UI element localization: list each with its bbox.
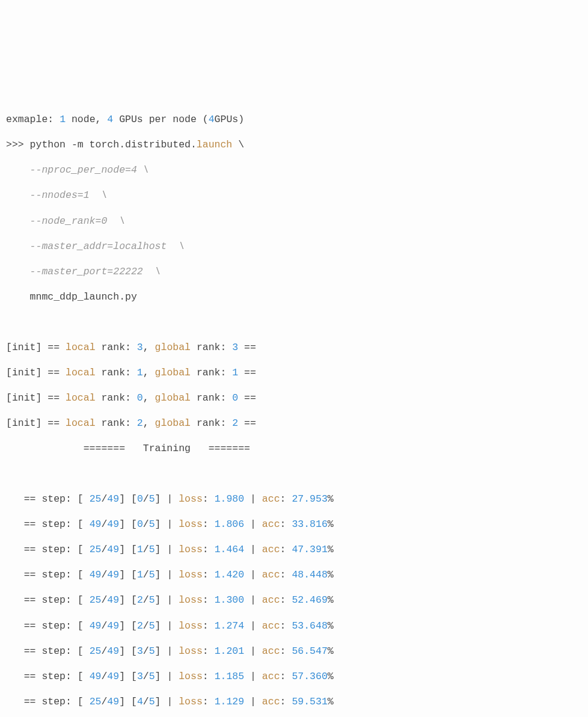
init-line: [init] == local rank: 3, global rank: 3 … — [6, 342, 256, 353]
step-line: == step: [ 25/49] [3/5] | loss: 1.201 | … — [6, 645, 334, 657]
command-arg: --nproc_per_node=4 \ — [6, 164, 149, 176]
command-arg: --node_rank=0 \ — [6, 215, 125, 227]
command-line: >>> python -m torch.distributed.launch \ — [6, 139, 244, 150]
init-line: [init] == local rank: 1, global rank: 1 … — [6, 367, 256, 378]
step-line: == step: [ 25/49] [4/5] | loss: 1.129 | … — [6, 696, 334, 707]
step-line: == step: [ 25/49] [0/5] | loss: 1.980 | … — [6, 493, 334, 505]
step-line: == step: [ 25/49] [1/5] | loss: 1.464 | … — [6, 544, 334, 555]
init-line: [init] == local rank: 2, global rank: 2 … — [6, 417, 256, 429]
command-arg: --master_port=22222 \ — [6, 266, 161, 277]
command-arg: --master_addr=localhost \ — [6, 241, 185, 252]
command-file: mnmc_ddp_launch.py — [6, 291, 137, 303]
step-line: == step: [ 49/49] [0/5] | loss: 1.806 | … — [6, 519, 334, 530]
step-line: == step: [ 49/49] [2/5] | loss: 1.274 | … — [6, 620, 334, 632]
example-line-1: exmaple: 1 node, 4 GPUs per node (4GPUs) — [6, 114, 244, 125]
step-line: == step: [ 49/49] [3/5] | loss: 1.185 | … — [6, 671, 334, 682]
init-line: [init] == local rank: 0, global rank: 0 … — [6, 392, 256, 404]
step-line: == step: [ 49/49] [1/5] | loss: 1.420 | … — [6, 569, 334, 580]
code-block: exmaple: 1 node, 4 GPUs per node (4GPUs)… — [6, 107, 582, 717]
training-header: ======= Training ======= — [6, 443, 250, 454]
step-line: == step: [ 25/49] [2/5] | loss: 1.300 | … — [6, 594, 334, 606]
command-arg: --nnodes=1 \ — [6, 189, 107, 201]
